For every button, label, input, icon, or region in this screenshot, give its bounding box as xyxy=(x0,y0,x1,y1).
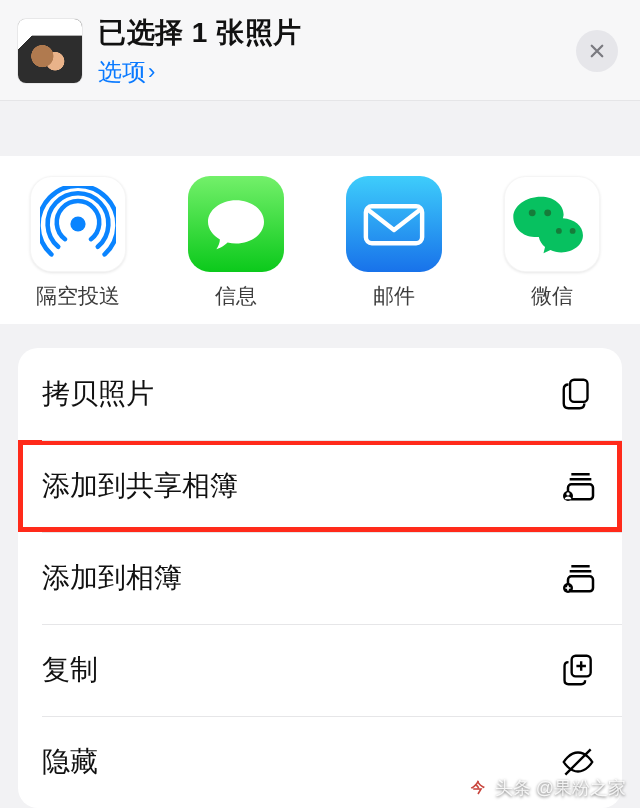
duplicate-icon xyxy=(558,650,598,690)
action-add-to-album[interactable]: 添加到相簿 xyxy=(18,532,622,624)
airdrop-icon xyxy=(30,176,126,272)
share-app-messages[interactable]: 信息 xyxy=(166,176,306,310)
messages-icon xyxy=(188,176,284,272)
share-app-label: 微信 xyxy=(531,282,573,310)
share-app-mail[interactable]: 邮件 xyxy=(324,176,464,310)
svg-point-0 xyxy=(70,216,85,231)
share-app-label: 邮件 xyxy=(373,282,415,310)
close-icon xyxy=(588,42,606,60)
action-label: 添加到相簿 xyxy=(42,559,182,597)
options-label: 选项 xyxy=(98,56,146,88)
options-button[interactable]: 选项 › xyxy=(98,56,155,88)
header-title-block: 已选择 1 张照片 选项 › xyxy=(98,14,622,88)
action-label: 拷贝照片 xyxy=(42,375,154,413)
svg-rect-1 xyxy=(366,206,422,243)
action-copy-photo[interactable]: 拷贝照片 xyxy=(18,348,622,440)
svg-point-5 xyxy=(570,227,576,233)
shared-album-icon xyxy=(558,466,598,506)
chevron-right-icon: › xyxy=(148,59,155,85)
add-album-icon xyxy=(558,558,598,598)
action-label: 隐藏 xyxy=(42,743,98,781)
share-apps-row[interactable]: 隔空投送 信息 邮件 xyxy=(0,156,640,324)
share-app-label: 信息 xyxy=(215,282,257,310)
spacer-strip xyxy=(0,101,640,156)
close-button[interactable] xyxy=(576,30,618,72)
sheet-header: 已选择 1 张照片 选项 › xyxy=(0,0,640,101)
share-sheet: 已选择 1 张照片 选项 › 隔空投送 xyxy=(0,0,640,808)
share-app-airdrop[interactable]: 隔空投送 xyxy=(8,176,148,310)
selected-count-title: 已选择 1 张照片 xyxy=(98,14,622,52)
selected-photo-thumbnail[interactable] xyxy=(18,19,82,83)
action-label: 复制 xyxy=(42,651,98,689)
actions-section: 拷贝照片 添加到共享相簿 xyxy=(0,324,640,808)
share-app-label: 隔空投送 xyxy=(36,282,120,310)
action-duplicate[interactable]: 复制 xyxy=(18,624,622,716)
svg-point-4 xyxy=(556,227,562,233)
wechat-icon xyxy=(504,176,600,272)
action-add-to-shared-album[interactable]: 添加到共享相簿 xyxy=(18,440,622,532)
svg-point-11 xyxy=(566,492,569,495)
actions-list: 拷贝照片 添加到共享相簿 xyxy=(18,348,622,808)
svg-point-2 xyxy=(529,209,536,216)
copy-photo-icon xyxy=(558,374,598,414)
svg-point-3 xyxy=(544,209,551,216)
share-app-wechat[interactable]: 微信 xyxy=(482,176,622,310)
hide-icon xyxy=(558,742,598,782)
mail-icon xyxy=(346,176,442,272)
svg-rect-8 xyxy=(570,380,587,402)
action-label: 添加到共享相簿 xyxy=(42,467,238,505)
action-hide[interactable]: 隐藏 xyxy=(18,716,622,808)
